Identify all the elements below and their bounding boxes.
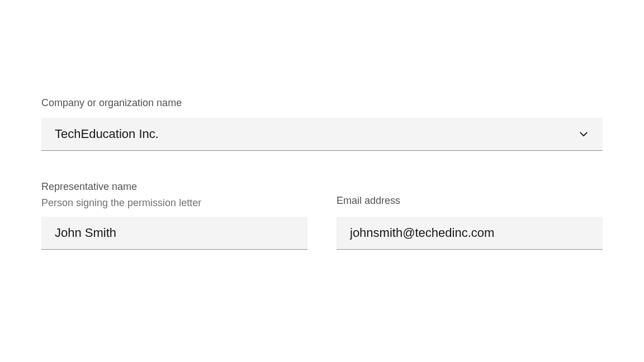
company-dropdown[interactable]: TechEducation Inc. (41, 118, 603, 151)
chevron-down-icon (578, 128, 589, 140)
representative-input[interactable] (41, 217, 307, 250)
form-container: Company or organization name TechEducati… (0, 0, 644, 250)
representative-label: Representative name (41, 180, 307, 194)
email-input[interactable] (337, 217, 603, 250)
company-dropdown-value: TechEducation Inc. (55, 127, 159, 141)
email-label-stack: Email address (337, 179, 603, 210)
representative-field-group: Representative name Person signing the p… (41, 179, 307, 250)
email-label: Email address (337, 194, 603, 208)
representative-label-stack: Representative name Person signing the p… (41, 179, 307, 210)
two-column-row: Representative name Person signing the p… (41, 179, 603, 250)
company-label: Company or organization name (41, 96, 603, 110)
email-field-group: Email address (337, 179, 603, 250)
company-field-group: Company or organization name TechEducati… (41, 96, 603, 151)
representative-helper-text: Person signing the permission letter (41, 196, 307, 210)
